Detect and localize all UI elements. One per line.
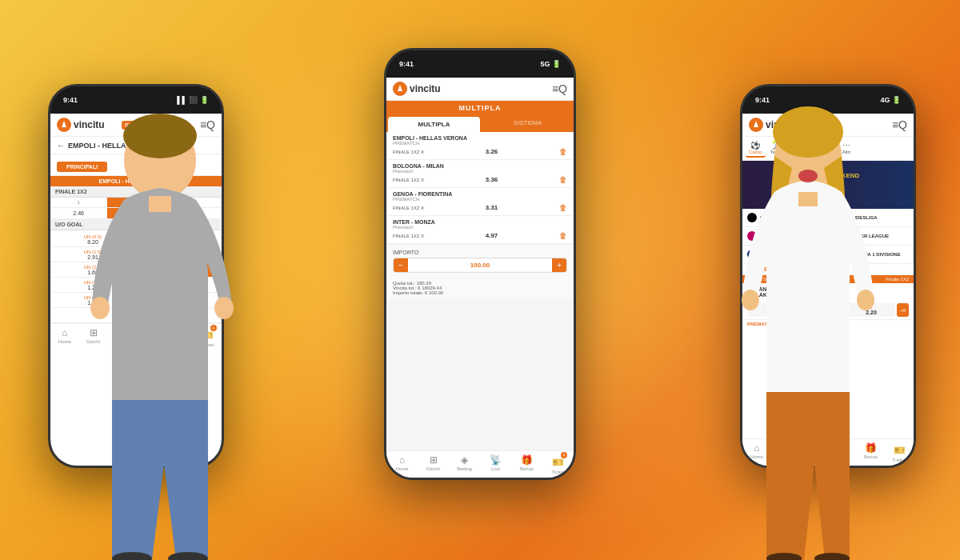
importo-totale: Importo totale: € 100.00 [393,290,567,295]
nav-betting-left[interactable]: ◈ Betting [107,327,136,347]
league-serie-a[interactable]: SERIE A [742,209,828,227]
nav-ticket-left[interactable]: 🎫 4 Ticket [193,327,222,347]
league-liga[interactable]: LIGA [742,227,828,246]
delete-bet-0[interactable]: 🗑 [559,147,567,156]
league-norvegia[interactable]: NORVEGIA 1 DIVISIONE [828,246,914,264]
uo-row-4[interactable]: UN (4.5)1.06 OV (4.5)6.70 [50,293,222,308]
sport-calcio[interactable]: ⚽ Calcio [746,139,766,158]
nav-giochi-center[interactable]: ⊞ Giochi [418,454,449,474]
odd-x[interactable]: X 3.10 [797,303,845,317]
cup-name: MALAYSIA PRESIDENT CUP [747,277,810,282]
ov05[interactable]: OV (0.5)1.07 [136,232,222,246]
bet-sub-3: Prematch [393,225,567,230]
odds-2[interactable]: 3.16 [165,208,222,218]
nav-betting-center[interactable]: ◈ Betting [449,454,480,474]
delete-bet-3[interactable]: 🗑 [559,231,567,240]
logo-icon-right [749,118,763,132]
nav-live-left[interactable]: 📡 Live [136,327,165,347]
left-status-time: 9:41 [63,96,78,104]
more-odds-btn[interactable]: +8 [897,303,909,317]
uo-row-3[interactable]: UN (3.5)1.23 OV (3.5)3.60 [50,278,222,293]
nav-giochi-left[interactable]: ⊞ Giochi [79,327,108,347]
nav-bonus-right[interactable]: 🎁 Bonus [857,442,886,462]
tab-sistema[interactable]: SISTEMA [482,115,574,132]
league-grid: SERIE A BUNDESLIGA LIGA PREMIER LEAGUE C… [742,209,914,264]
un25[interactable]: UN (2.5)1.68 [50,262,136,277]
banner-sub: REAL [797,190,860,198]
tab-multipla[interactable]: MULTIPLA [388,117,480,132]
un15[interactable]: UN (1.5)2.91 [50,247,136,262]
sport-tennis[interactable]: 🎾 Tennis [767,139,787,158]
odd-2[interactable]: 2 2.20 [847,303,895,317]
ticket-count-left: 4 [210,325,217,331]
ov15[interactable]: OV (1.5)1.35 [136,247,222,262]
tennis-icon: 🎾 [770,141,784,150]
importo-totale-val: € 100.00 [425,290,443,295]
pallavolo-icon: 🏐 [814,141,834,150]
uo-row-5[interactable]: OV (5.5)11.50 [50,308,222,323]
odd-1[interactable]: 1 3.00 [747,303,795,317]
phone-center-status-bar: 9:41 5G 🔋 [386,50,574,78]
menu-icon-center[interactable]: ≡Q [552,82,567,95]
phone-left: 9:41 ▌▌ ⬛ 🔋 vincitu SISTEMA INTEGRAL ≡Q … [48,84,224,468]
uo-row-1[interactable]: UN (1.5)2.91 OV (1.5)1.35 [50,247,222,262]
giochi-icon-center: ⊞ [430,454,438,466]
betting-icon-center: ◈ [461,454,468,466]
bet-odd-label-2: FINALE 1X2 X [393,206,424,210]
nav-bonus-left[interactable]: 🎁 Bonus [165,327,194,347]
menu-icon-left[interactable]: ≡Q [200,118,215,131]
nav-giochi-right[interactable]: ⊞ Giochi [771,442,800,462]
nav-bonus-center[interactable]: 🎁 Bonus [511,454,542,474]
nav-label-bonus-center: Bonus [520,466,534,471]
liga-name: LIGA [760,234,771,238]
giochi-icon-right: ⊞ [782,442,790,454]
nav-live-right[interactable]: 📡 Live [828,442,857,462]
importo-field[interactable] [408,259,552,271]
back-arrow[interactable]: ← [57,141,65,150]
sport-pallavolo[interactable]: 🏐 Pallavolo [811,139,837,158]
un35[interactable]: UN (3.5)1.23 [50,278,136,292]
importo-minus[interactable]: − [394,258,408,272]
ov55[interactable]: OV (5.5)11.50 [50,308,222,322]
finale-1x2-values[interactable]: 2.46 3.26 3.16 [50,208,222,219]
calcio-label: Calcio [749,150,762,154]
left-bottom-nav: ⌂ Home ⊞ Giochi ◈ Betting 📡 Live 🎁 B [50,323,222,350]
nav-betting-right[interactable]: ◈ Betting [799,442,828,462]
nav-live-center[interactable]: 📡 Live [480,454,511,474]
menu-icon-right[interactable]: ≡Q [892,118,907,131]
vincitu-logo-center: vincitu [393,82,441,96]
delete-bet-2[interactable]: 🗑 [559,203,567,212]
sport-basket[interactable]: 🏀 Basket [789,139,810,158]
bet-odd-row-3: FINALE 1X2 X 4.97 🗑 [393,231,567,240]
bet-sub-2: PREMATCH [393,197,567,202]
norvegia-logo [833,250,842,259]
league-bundesliga[interactable]: BUNDESLIGA [828,209,914,227]
odd-1-value: 3.00 [749,310,794,315]
sport-altri[interactable]: ⋯ Altri [839,139,854,158]
serie-a-name: SERIE A [760,215,779,220]
bonus-icon-right: 🎁 [865,442,877,454]
un05[interactable]: UN (0.5)8.20 [50,232,136,246]
ov35[interactable]: OV (3.5)3.60 [136,278,222,292]
uo-row-2[interactable]: UN (2.5)1.68 OV (2.5)2.07 [50,262,222,278]
league-premier[interactable]: PREMIER LEAGUE [828,227,914,246]
odds-x[interactable]: 3.26 [107,208,164,218]
principali-tab[interactable]: PRINCIPALI [57,162,107,172]
notch-center [448,50,512,66]
nav-home-left[interactable]: ⌂ Home [50,327,79,347]
delete-bet-1[interactable]: 🗑 [559,175,567,184]
ticket-badge-center: 🎫 4 [552,454,564,469]
league-champions[interactable]: Champions League [742,246,828,264]
uo-row-0[interactable]: UN (0.5)8.20 OV (0.5)1.07 [50,232,222,247]
un45[interactable]: UN (4.5)1.06 [50,293,136,307]
banner-amount: €2.000 [797,179,860,190]
ov45[interactable]: OV (4.5)6.70 [136,293,222,307]
ov25[interactable]: OV (2.5)2.07 [136,262,222,277]
importo-plus[interactable]: + [552,258,566,272]
bet-odd-value-3: 4.97 [486,232,498,239]
bet-match-0: EMPOLI - HELLAS VERONA [393,135,567,141]
bonus-icon-center: 🎁 [521,454,533,466]
promo-banner[interactable]: Maratona WEEKEND €2.000 REAL [742,161,914,209]
odds-1[interactable]: 2.46 [50,208,107,218]
bonus-icon-left: 🎁 [173,327,185,338]
